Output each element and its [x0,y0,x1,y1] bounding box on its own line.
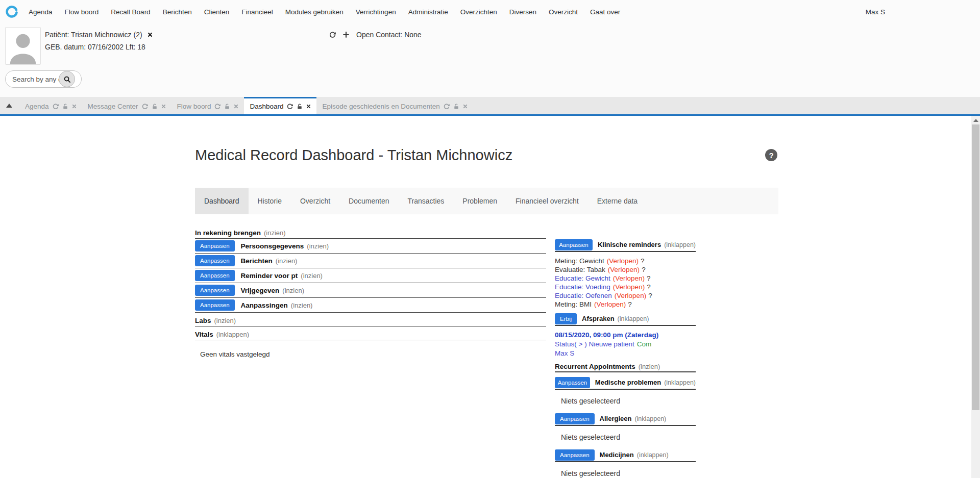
refresh-icon[interactable] [53,104,59,110]
nav-clienten[interactable]: Clienten [198,8,236,16]
tab-flow-boord[interactable]: Flow boord [172,97,244,114]
vertical-scrollbar[interactable] [971,116,980,478]
section-label: Vitals [195,331,213,338]
app-header: Agenda Flow boord Recall Board Berichten… [0,0,980,97]
reminder-item: Educatie: Gewicht(Verlopen)? [555,274,696,283]
reminder-item: Meting: Gewicht(Verlopen)? [555,257,696,265]
refresh-icon[interactable] [444,104,450,110]
tab-agenda[interactable]: Agenda [19,97,82,114]
collapse-link[interactable]: (inklappen) [637,451,669,459]
subtab-problemen[interactable]: Problemen [453,188,506,214]
nav-diversen[interactable]: Diversen [503,8,543,16]
reminder-link[interactable]: Educatie: Voeding [555,283,610,291]
section-medications: Aanpassen Medicijnen (inklappen) Niets g… [555,448,696,477]
unlock-icon[interactable] [297,104,303,110]
patient-close-icon[interactable] [148,32,153,37]
nav-flow-boord[interactable]: Flow boord [59,8,105,16]
edit-demographics-button[interactable]: Aanpassen [195,240,235,251]
edit-medications-button[interactable]: Aanpassen [555,449,595,461]
appointment-date-link[interactable]: 08/15/2020, 09:00 pm (Zaterdag) [555,331,696,340]
expand-link[interactable]: (inzien) [307,242,329,250]
unlock-icon[interactable] [453,104,459,110]
subtab-dashboard[interactable]: Dashboard [195,188,249,214]
nav-recall-board[interactable]: Recall Board [105,8,156,16]
search-input[interactable] [6,76,61,83]
collapse-tabs-icon[interactable] [6,104,12,108]
collapse-link[interactable]: (inklappen) [664,379,696,386]
close-icon[interactable] [72,104,77,109]
scroll-up-icon[interactable] [973,119,978,122]
tab-episode-geschiedenis[interactable]: Episode geschiedenis en Documenten [316,97,473,114]
refresh-icon[interactable] [287,104,293,110]
reminder-help-icon[interactable]: ? [642,266,646,273]
subtab-historie[interactable]: Historie [249,188,291,214]
nav-gaat-over[interactable]: Gaat over [584,8,626,16]
expand-link[interactable]: (inzien) [214,317,236,324]
reminder-help-icon[interactable]: ? [647,283,651,291]
expand-link[interactable]: (inzien) [301,272,323,280]
app-logo-icon[interactable] [5,6,18,19]
edit-clinical-reminders-button[interactable]: Aanpassen [555,239,593,250]
refresh-contact-icon[interactable] [329,32,336,38]
edit-medical-problems-button[interactable]: Aanpassen [555,377,590,388]
collapse-link[interactable]: (inklappen) [618,315,649,322]
add-contact-icon[interactable] [343,32,349,38]
expand-link[interactable]: (inzien) [264,229,286,237]
reminder-link[interactable]: Educatie: Gewicht [555,274,610,282]
collapse-link[interactable]: (inklappen) [216,331,249,338]
expand-link[interactable]: (inzien) [639,363,660,370]
close-icon[interactable] [234,104,238,109]
refresh-icon[interactable] [214,104,220,110]
nav-berichten[interactable]: Berichten [157,8,198,16]
unlock-icon[interactable] [224,104,230,110]
nav-agenda[interactable]: Agenda [22,8,59,16]
left-column: In rekening brengen (inzien) Aanpassen P… [195,228,546,358]
help-icon[interactable]: ? [765,149,777,161]
nav-verrichtingen[interactable]: Verrichtingen [350,8,402,16]
reminder-help-icon[interactable]: ? [648,292,652,299]
edit-allergies-button[interactable]: Aanpassen [555,413,595,424]
subtab-documenten[interactable]: Documenten [339,188,398,214]
expand-link[interactable]: (inzien) [282,287,304,294]
close-icon[interactable] [161,104,166,109]
reminder-status: (Verlopen) [607,257,639,265]
collapse-link[interactable]: (inklappen) [664,241,696,248]
empty-note: Niets geselecteerd [561,469,696,477]
unlock-icon[interactable] [152,104,158,110]
expand-link[interactable]: (inzien) [276,257,298,265]
edit-disclosures-button[interactable]: Aanpassen [195,285,235,296]
close-icon[interactable] [463,104,468,109]
collapse-link[interactable]: (inklappen) [634,415,666,422]
edit-patient-reminders-button[interactable]: Aanpassen [195,270,235,281]
tab-message-center[interactable]: Message Center [82,97,172,114]
patient-avatar[interactable] [5,27,41,65]
close-icon[interactable] [306,104,311,109]
section-label: Labs [195,317,211,324]
refresh-icon[interactable] [142,104,148,110]
appointment-status-link[interactable]: Status( > ) Nieuwe patient [555,340,634,348]
subtab-transacties[interactable]: Transacties [398,188,453,214]
expand-link[interactable]: (inzien) [291,301,313,309]
reminder-help-icon[interactable]: ? [647,274,651,282]
appointment-com-link[interactable]: Com [637,340,652,348]
subtab-externe-data[interactable]: Externe data [588,188,647,214]
nav-overzichten[interactable]: Overzichten [454,8,503,16]
tab-dashboard[interactable]: Dashboard [244,97,316,114]
nav-modules-gebruiken[interactable]: Modules gebruiken [279,8,350,16]
subtab-overzicht[interactable]: Overzicht [291,188,339,214]
nav-administratie[interactable]: Administratie [402,8,454,16]
subtab-financieel-overzicht[interactable]: Financieel overzicht [506,188,588,214]
edit-amendments-button[interactable]: Aanpassen [195,299,235,311]
reminder-text: Meting: Gewicht [555,257,604,265]
search-button[interactable] [59,71,75,87]
user-menu[interactable]: Max S [866,8,885,16]
add-appointment-button[interactable]: Erbij [555,313,577,324]
nav-financieel[interactable]: Financieel [235,8,279,16]
reminder-link[interactable]: Educatie: Oefenen [555,292,612,299]
reminder-help-icon[interactable]: ? [641,257,645,265]
scrollbar-thumb[interactable] [972,124,979,410]
unlock-icon[interactable] [62,104,68,110]
reminder-help-icon[interactable]: ? [628,300,632,308]
nav-overzicht[interactable]: Overzicht [543,8,584,16]
edit-notes-button[interactable]: Aanpassen [195,255,235,266]
